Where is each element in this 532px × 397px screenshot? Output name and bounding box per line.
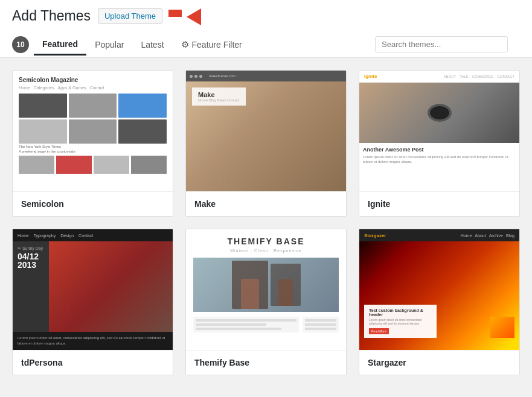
preview-themify-brand: THEMIFY BASE — [228, 237, 305, 246]
theme-card-ignite[interactable]: Ignite ABOUT TALK COMMERCE CONTACT Ano — [359, 70, 520, 217]
preview-bar: maketheme.com — [186, 71, 346, 81]
feature-filter-label: Feature Filter — [192, 40, 242, 49]
arrow-shaft — [168, 10, 182, 17]
arrow-icon — [187, 8, 201, 25]
theme-name-tdpersona: tdPersona — [13, 350, 173, 375]
preview-line — [196, 323, 266, 326]
preview-hero: Make Home Blog News Contact Make Home Bl… — [186, 81, 346, 191]
preview-img — [69, 119, 117, 144]
preview-ignite-post-title: Another Awesome Post — [363, 147, 516, 153]
theme-card-make[interactable]: maketheme.com Make Home Blog News Contac… — [185, 70, 347, 217]
preview-stargazer-btn: Read More — [369, 328, 389, 334]
preview-ignite-post-text: Lorem ipsum dolor sit amet consectetur a… — [363, 154, 516, 165]
preview-line — [305, 328, 336, 330]
preview-line — [305, 323, 336, 326]
preview-img-sm — [19, 156, 54, 174]
search-input[interactable] — [375, 36, 508, 52]
theme-name-ignite: Ignite — [359, 191, 519, 216]
figure-2 — [278, 279, 293, 306]
preview-text: A weekend away in the countryside — [19, 150, 167, 153]
preview-tdpersona-caption: Lorem ipsum dolor sit amet, consectetur … — [13, 332, 173, 350]
theme-preview-themify: THEMIFY BASE Minimal · Clean · Responsiv… — [186, 229, 346, 350]
preview-make-text: Make — [198, 91, 240, 98]
theme-name-stargazer: Stargazer — [359, 350, 519, 375]
preview-grid — [19, 94, 167, 144]
page-header: Add Themes Upload Theme 10 Featured Popu… — [0, 0, 532, 58]
preview-themify-photo — [193, 258, 339, 312]
preview-img — [19, 119, 67, 144]
preview-stargazer-nav: Stargazer Home About Archive Blog — [359, 229, 519, 241]
preview-tdpersona-nav: Home Typography Design Contact — [13, 229, 173, 241]
theme-card-themify-base[interactable]: THEMIFY BASE Minimal · Clean · Responsiv… — [185, 229, 347, 375]
preview-dot — [190, 75, 193, 78]
arrow-annotation — [170, 7, 201, 24]
preview-dot — [199, 75, 202, 78]
preview-ignite-content: Another Awesome Post Lorem ipsum dolor s… — [359, 143, 519, 168]
preview-date: 04/12 — [18, 252, 44, 261]
preview-stargazer-post-title: Test custom background & header — [369, 308, 432, 317]
preview-title: Semicolon Magazine — [19, 77, 167, 83]
theme-preview-ignite: Ignite ABOUT TALK COMMERCE CONTACT Ano — [359, 71, 519, 191]
preview-themify-aside — [303, 317, 339, 332]
theme-card-stargazer[interactable]: Stargazer Home About Archive Blog Test c… — [359, 229, 520, 375]
preview-line — [196, 319, 296, 322]
main-content: Semicolon Magazine Home Categories Apps … — [0, 58, 532, 387]
tab-popular[interactable]: Popular — [86, 35, 132, 54]
preview-tdpersona-img — [49, 241, 173, 332]
themes-grid: Semicolon Magazine Home Categories Apps … — [12, 70, 520, 375]
preview-img — [118, 94, 167, 118]
preview-person-1 — [232, 261, 268, 309]
title-row: Add Themes Upload Theme — [12, 7, 520, 24]
preview-tdpersona-content: ✏ Sunny Day 04/12 2013 — [13, 241, 173, 332]
theme-card-semicolon[interactable]: Semicolon Magazine Home Categories Apps … — [12, 70, 173, 217]
preview-text: The New York Style Times — [19, 145, 167, 148]
theme-name-make: Make — [186, 191, 346, 216]
figure-1 — [241, 279, 259, 309]
preview-make-links: Home Blog News Contact — [198, 98, 240, 102]
preview-ignite-logo: Ignite — [364, 74, 377, 79]
preview-themify-sidebar — [193, 317, 339, 332]
preview-themify-sub: Minimal · Clean · Responsive — [230, 249, 302, 253]
search-box-wrap — [375, 31, 520, 57]
preview-stargazer-content: Test custom background & header Lorem ip… — [364, 305, 437, 338]
preview-img — [19, 94, 67, 118]
preview-stargazer-thumb — [490, 317, 514, 338]
theme-name-themify-base: Themify Base — [186, 350, 346, 375]
gear-icon: ⚙ — [181, 39, 189, 50]
preview-ignite-img — [359, 83, 519, 143]
theme-card-tdpersona[interactable]: Home Typography Design Contact ✏ Sunny D… — [12, 229, 173, 375]
preview-person-2 — [271, 264, 301, 306]
preview-line — [305, 319, 336, 322]
preview-tdpersona-main — [49, 241, 173, 332]
theme-name-semicolon: Semicolon — [13, 191, 173, 216]
preview-camera — [359, 83, 519, 143]
preview-people: Make Home Blog News Contact — [186, 81, 346, 191]
theme-preview-semicolon: Semicolon Magazine Home Categories Apps … — [13, 71, 173, 191]
preview-tdpersona-text: Lorem ipsum dolor sit amet, consectetur … — [18, 335, 168, 346]
theme-preview-stargazer: Stargazer Home About Archive Blog Test c… — [359, 229, 519, 350]
preview-img-sm — [56, 156, 92, 174]
preview-img — [69, 94, 117, 118]
tab-latest[interactable]: Latest — [132, 35, 172, 54]
upload-theme-button[interactable]: Upload Theme — [98, 8, 162, 24]
preview-stargazer-hero: Test custom background & header Lorem ip… — [359, 241, 519, 350]
preview-themify-img — [193, 258, 339, 312]
page-title: Add Themes — [12, 8, 91, 24]
preview-img-sm — [94, 156, 129, 174]
preview-nav: Home Categories Apps & Games Contact — [19, 86, 167, 90]
feature-filter-button[interactable]: ⚙ Feature Filter — [173, 34, 251, 55]
preview-line — [196, 328, 281, 330]
preview-url: maketheme.com — [209, 74, 236, 78]
preview-year: 2013 — [18, 261, 44, 269]
preview-dot — [194, 75, 197, 78]
preview-stargazer-logo: Stargazer — [364, 233, 386, 238]
preview-tdpersona-sidebar: ✏ Sunny Day 04/12 2013 — [13, 241, 49, 332]
camera-lens — [428, 104, 452, 122]
preview-ignite-bar: Ignite ABOUT TALK COMMERCE CONTACT — [359, 71, 519, 83]
tab-featured[interactable]: Featured — [34, 34, 86, 56]
preview-stargazer-links: Home About Archive Blog — [461, 233, 514, 238]
preview-stargazer-post-text: Lorem ipsum dolor sit amet consectetur a… — [369, 318, 432, 325]
preview-img — [118, 119, 167, 144]
theme-count-badge: 10 — [12, 36, 29, 53]
preview-make-box: Make Home Blog News Contact — [192, 87, 246, 106]
